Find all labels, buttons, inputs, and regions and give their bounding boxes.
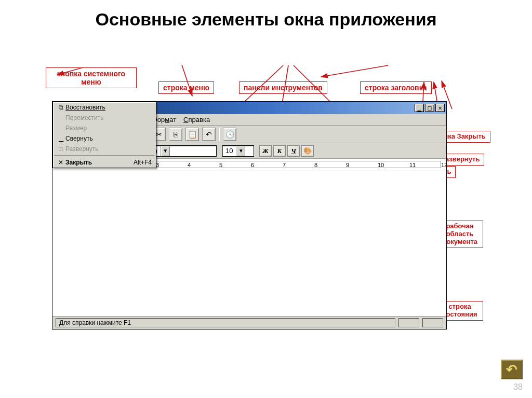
- label-system-menu-button: кнопка системного меню: [46, 67, 137, 88]
- bold-button[interactable]: Ж: [259, 145, 272, 157]
- status-well-1: [398, 318, 419, 327]
- sysmenu-size: Размер: [53, 123, 156, 133]
- slide-back-button[interactable]: ↶: [501, 360, 523, 379]
- datetime-button[interactable]: 🕓: [223, 128, 236, 141]
- sysmenu-move: Переместить: [53, 113, 156, 123]
- label-menu-bar: строка меню: [158, 81, 214, 94]
- sysmenu-close[interactable]: ✕ Закрыть Alt+F4: [53, 157, 156, 168]
- sysmenu-minimize[interactable]: ▁ Свернуть: [53, 133, 156, 144]
- maximize-button[interactable]: □: [425, 104, 434, 112]
- app-window: ⧉ Восстановить Переместить Размер ▁ Свер…: [52, 101, 447, 330]
- u-turn-icon: ↶: [506, 362, 517, 378]
- sysmenu-maximize: □ Развернуть: [53, 144, 156, 154]
- close-icon: ✕: [56, 159, 65, 166]
- system-menu: ⧉ Восстановить Переместить Размер ▁ Свер…: [52, 102, 156, 168]
- font-size-combo[interactable]: 10 ▼: [222, 145, 254, 157]
- status-text: Для справки нажмите F1: [56, 318, 395, 327]
- minimize-icon: ▁: [56, 135, 65, 142]
- chevron-down-icon: ▼: [236, 146, 245, 156]
- label-toolbars: панели инструментов: [239, 81, 327, 94]
- close-button[interactable]: ✕: [435, 104, 445, 112]
- minimize-button[interactable]: ▁: [415, 104, 424, 112]
- font-size-value: 10: [222, 147, 236, 155]
- paste-button[interactable]: 📋: [185, 128, 199, 141]
- slide-number: 38: [513, 382, 523, 392]
- svg-line-5: [321, 65, 388, 77]
- document-area[interactable]: [52, 171, 446, 317]
- underline-button[interactable]: Ч: [287, 145, 300, 157]
- italic-button[interactable]: К: [273, 145, 286, 157]
- slide-title: Основные элементы окна приложения: [0, 0, 532, 35]
- label-title-bar: строка заголовка: [360, 81, 432, 94]
- status-bar: Для справки нажмите F1: [52, 317, 446, 329]
- font-color-button[interactable]: 🎨: [301, 145, 314, 157]
- menu-help[interactable]: Справка: [183, 116, 210, 123]
- copy-button[interactable]: ⎘: [169, 128, 182, 141]
- undo-button[interactable]: ↶: [202, 128, 216, 141]
- maximize-icon: □: [56, 145, 65, 153]
- sysmenu-restore[interactable]: ⧉ Восстановить: [53, 102, 156, 113]
- restore-icon: ⧉: [56, 104, 65, 111]
- chevron-down-icon: ▼: [161, 146, 170, 156]
- status-well-2: [422, 318, 443, 327]
